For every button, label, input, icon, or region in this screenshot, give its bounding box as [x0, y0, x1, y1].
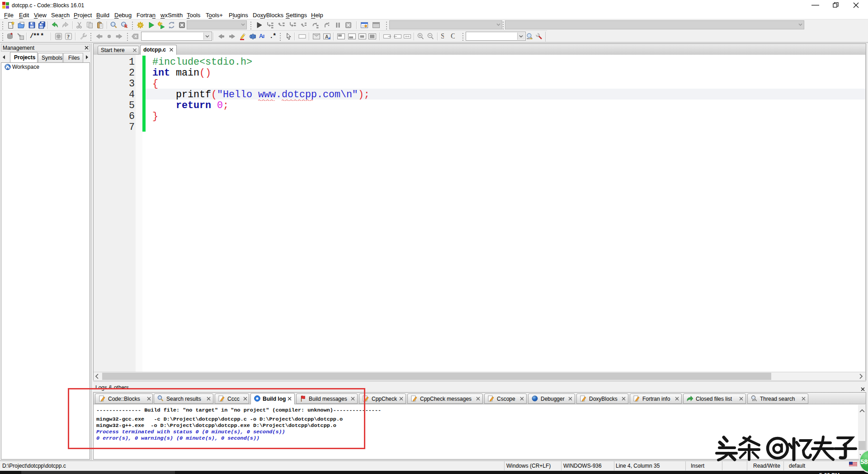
svg-text:A: A	[325, 34, 329, 39]
svg-text:?: ?	[67, 33, 70, 40]
svg-text:R: R	[124, 24, 128, 28]
